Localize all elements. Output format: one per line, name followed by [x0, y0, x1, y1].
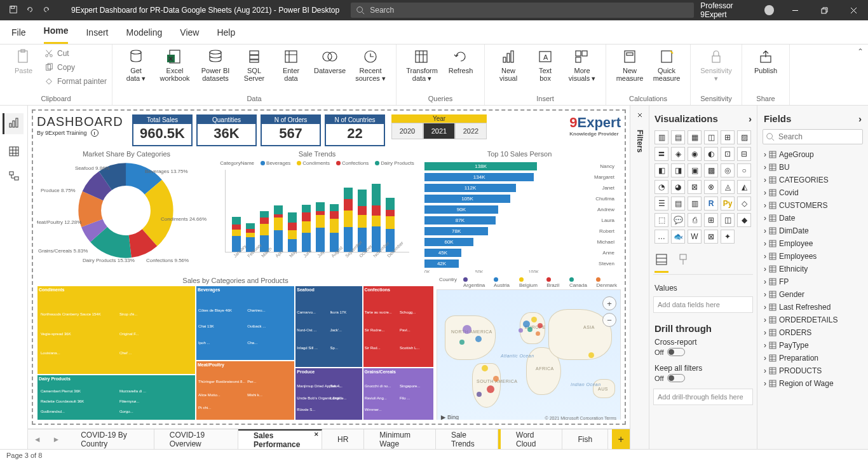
- viz-type-icon[interactable]: ◫: [721, 213, 735, 227]
- values-drop[interactable]: Add data fields here: [653, 296, 753, 313]
- kpi-card[interactable]: Quantities36K: [196, 114, 257, 146]
- viz-type-icon[interactable]: ▣: [688, 163, 702, 177]
- report-view-icon[interactable]: [3, 113, 24, 134]
- viz-type-icon[interactable]: ◧: [654, 163, 668, 177]
- enter-data-button[interactable]: Enterdata: [273, 47, 309, 93]
- page-tab[interactable]: HR: [322, 429, 364, 449]
- year-option[interactable]: 2021: [423, 123, 455, 139]
- transform-data-button[interactable]: Transformdata ▾: [402, 47, 442, 93]
- viz-type-icon[interactable]: ⊟: [737, 147, 751, 161]
- field-table[interactable]: ›DimDate: [763, 225, 863, 237]
- field-table[interactable]: ›ORDERDETAILS: [763, 314, 863, 326]
- viz-type-icon[interactable]: ▨: [737, 130, 751, 144]
- sql-server-button[interactable]: SQLServer: [236, 47, 273, 93]
- data-view-icon[interactable]: [8, 146, 20, 159]
- tab-file[interactable]: File: [11, 22, 26, 44]
- viz-type-icon[interactable]: 💬: [671, 213, 685, 227]
- viz-type-icon[interactable]: ◈: [671, 147, 685, 161]
- viz-type-icon[interactable]: ⬚: [654, 213, 668, 227]
- restore-button[interactable]: [810, 0, 839, 20]
- viz-type-icon[interactable]: ⊠: [704, 230, 718, 244]
- tab-help[interactable]: Help: [217, 22, 235, 44]
- field-table[interactable]: ›AgeGroup: [763, 148, 863, 161]
- global-search[interactable]: Search: [351, 3, 694, 18]
- year-option[interactable]: 2022: [455, 123, 487, 139]
- viz-type-icon[interactable]: ✦: [721, 230, 735, 244]
- viz-type-icon[interactable]: ◇: [737, 197, 751, 211]
- field-table[interactable]: ›Gender: [763, 288, 863, 301]
- viz-type-icon[interactable]: ⊡: [721, 147, 735, 161]
- kpi-card[interactable]: N of Orders567: [261, 114, 321, 146]
- tab-modeling[interactable]: Modeling: [126, 22, 162, 44]
- viz-type-icon[interactable]: ▥: [688, 197, 702, 211]
- sale-trends-chart[interactable]: 100K 50K: [225, 170, 409, 252]
- page-tab[interactable]: COVID-19 By Country: [65, 429, 154, 449]
- tab-insert[interactable]: Insert: [86, 22, 108, 44]
- text-box-button[interactable]: ATextbox: [527, 47, 564, 93]
- collapse-fields-icon[interactable]: ›: [858, 113, 862, 124]
- treemap-chart[interactable]: CondimentsNorthwoods Cranberry Sauce 154…: [37, 286, 434, 420]
- viz-type-icon[interactable]: …: [654, 230, 668, 244]
- viz-type-icon[interactable]: ◕: [671, 180, 685, 194]
- field-table[interactable]: ›Employees: [763, 250, 863, 263]
- page-tab[interactable]: Sale Trends: [436, 429, 498, 449]
- viz-type-icon[interactable]: 🐟: [671, 230, 685, 244]
- viz-type-icon[interactable]: ⊗: [704, 180, 718, 194]
- map-zoom-out[interactable]: −: [602, 313, 616, 327]
- quick-measure-button[interactable]: Quickmeasure: [648, 47, 685, 93]
- minimize-button[interactable]: [780, 0, 810, 20]
- viz-type-icon[interactable]: ◉: [688, 147, 702, 161]
- viz-type-icon[interactable]: ◨: [671, 163, 685, 177]
- page-next[interactable]: ►: [47, 429, 66, 449]
- field-table[interactable]: ›Region of Wage: [763, 377, 863, 390]
- viz-type-icon[interactable]: Py: [721, 197, 735, 211]
- year-option[interactable]: 2020: [391, 123, 423, 139]
- publish-button[interactable]: Publish: [747, 47, 784, 93]
- viz-type-icon[interactable]: ▦: [688, 130, 702, 144]
- report-canvas[interactable]: DASHBOARD By 9Expert Trainingi Total Sal…: [32, 109, 626, 425]
- viz-type-icon[interactable]: R: [704, 197, 718, 211]
- viz-type-icon[interactable]: ◎: [721, 163, 735, 177]
- fields-tab-icon[interactable]: [654, 252, 668, 273]
- field-table[interactable]: ›CUSTOMERS: [763, 199, 863, 212]
- world-map[interactable]: NORTH AMERICA SOUTH AMERICA EUROPE AFRIC…: [437, 289, 621, 420]
- field-table[interactable]: ›CATEGORIES: [763, 174, 863, 186]
- field-table[interactable]: ›Ethnicity: [763, 263, 863, 275]
- collapse-viz-icon[interactable]: ›: [749, 113, 752, 124]
- collapse-ribbon-icon[interactable]: ⌃: [853, 45, 868, 105]
- add-page-button[interactable]: +: [612, 429, 630, 449]
- new-visual-button[interactable]: Newvisual: [490, 47, 527, 93]
- field-table[interactable]: ›Employee: [763, 237, 863, 250]
- market-share-donut[interactable]: [78, 163, 173, 258]
- field-table[interactable]: ›ORDERS: [763, 326, 863, 339]
- page-tab[interactable]: Fish: [562, 429, 608, 449]
- field-table[interactable]: ›PRODUCTS: [763, 364, 863, 377]
- viz-type-icon[interactable]: ◭: [737, 180, 751, 194]
- user-account[interactable]: Professor 9Expert: [694, 1, 780, 19]
- page-tab[interactable]: Minimum Wage: [364, 429, 436, 449]
- pbi-datasets-button[interactable]: Power BIdatasets: [195, 47, 236, 93]
- field-table[interactable]: ›BU: [763, 161, 863, 174]
- field-table[interactable]: ›Covid: [763, 186, 863, 199]
- fields-search-input[interactable]: [763, 129, 863, 144]
- recent-sources-button[interactable]: Recentsources ▾: [350, 47, 391, 93]
- viz-type-icon[interactable]: ◐: [704, 147, 718, 161]
- viz-type-icon[interactable]: 〓: [654, 147, 668, 161]
- field-table[interactable]: ›Last Refreshed: [763, 301, 863, 314]
- undo-icon[interactable]: [25, 5, 34, 16]
- viz-type-icon[interactable]: ◫: [704, 130, 718, 144]
- map-zoom-in[interactable]: +: [602, 296, 616, 310]
- tab-view[interactable]: View: [180, 22, 199, 44]
- redo-icon[interactable]: [42, 5, 51, 16]
- field-table[interactable]: ›FP: [763, 275, 863, 288]
- page-tab[interactable]: Word Cloud: [498, 429, 562, 449]
- excel-button[interactable]: XExcelworkbook: [154, 47, 195, 93]
- field-table[interactable]: ›PayType: [763, 339, 863, 352]
- field-table[interactable]: ›Date: [763, 212, 863, 225]
- get-data-button[interactable]: Getdata ▾: [118, 47, 154, 93]
- field-table[interactable]: ›Preparation: [763, 352, 863, 364]
- viz-type-icon[interactable]: ◔: [654, 180, 668, 194]
- page-tab[interactable]: COVID-19 Overview: [154, 429, 238, 449]
- keep-filters-toggle[interactable]: Off: [653, 373, 753, 387]
- viz-type-icon[interactable]: ⎙: [688, 213, 702, 227]
